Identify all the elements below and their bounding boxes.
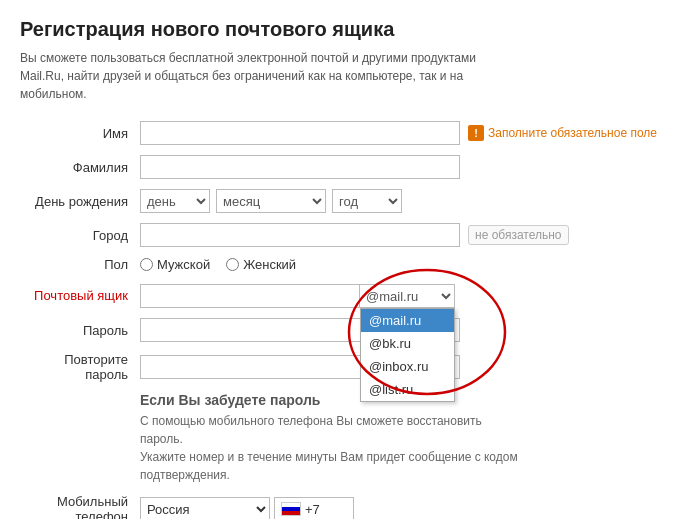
password-row: Пароль <box>20 318 679 342</box>
mobile-label: Мобильный телефон <box>20 494 140 519</box>
gender-label: Пол <box>20 257 140 272</box>
name-label: Имя <box>20 126 140 141</box>
required-notice: ! Заполните обязательное поле <box>468 125 657 141</box>
domain-select[interactable]: @mail.ru @bk.ru @inbox.ru @list.ru <box>360 284 455 308</box>
optional-note: не обязательно <box>468 225 569 245</box>
gender-row: Пол Мужской Женский <box>20 257 679 272</box>
domain-dropdown: @mail.ru @bk.ru @inbox.ru @list.ru <box>360 308 455 402</box>
phone-code: +7 <box>305 502 320 517</box>
city-input[interactable] <box>140 223 460 247</box>
email-input-group: @mail.ru @bk.ru @inbox.ru @list.ru @mail… <box>140 284 455 308</box>
gender-female-label: Женский <box>243 257 296 272</box>
mobile-row: Мобильный телефон Россия +7 <box>20 494 679 519</box>
gender-options: Мужской Женский <box>140 257 296 272</box>
surname-row: Фамилия <box>20 155 679 179</box>
country-select[interactable]: Россия <box>140 497 270 519</box>
email-input[interactable] <box>140 284 360 308</box>
gender-male-label: Мужской <box>157 257 210 272</box>
dropdown-option-inbox[interactable]: @inbox.ru <box>361 355 454 378</box>
birthday-row: День рождения день месяц год <box>20 189 679 213</box>
registration-form: Регистрация нового почтового ящика Вы см… <box>0 0 699 519</box>
name-input[interactable] <box>140 121 460 145</box>
birthday-selects: день месяц год <box>140 189 402 213</box>
page-title: Регистрация нового почтового ящика <box>20 18 679 41</box>
warn-icon: ! <box>468 125 484 141</box>
dropdown-option-bk[interactable]: @bk.ru <box>361 332 454 355</box>
name-row: Имя ! Заполните обязательное поле <box>20 121 679 145</box>
email-label: Почтовый ящик <box>20 284 140 303</box>
required-text: Заполните обязательное поле <box>488 126 657 140</box>
phone-code-display: +7 <box>274 497 354 519</box>
repeat-password-row: Повторите пароль <box>20 352 679 382</box>
dropdown-option-list[interactable]: @list.ru <box>361 378 454 401</box>
gender-male-radio[interactable] <box>140 258 153 271</box>
day-select[interactable]: день <box>140 189 210 213</box>
dropdown-option-mail[interactable]: @mail.ru <box>361 309 454 332</box>
email-row: Почтовый ящик @mail.ru @bk.ru @inbox.ru … <box>20 284 679 308</box>
surname-input[interactable] <box>140 155 460 179</box>
password-section-title: Если Вы забудете пароль <box>20 392 679 408</box>
month-select[interactable]: месяц <box>216 189 326 213</box>
gender-female-radio[interactable] <box>226 258 239 271</box>
city-label: Город <box>20 228 140 243</box>
password-label: Пароль <box>20 323 140 338</box>
year-select[interactable]: год <box>332 189 402 213</box>
city-row: Город не обязательно <box>20 223 679 247</box>
gender-female-option[interactable]: Женский <box>226 257 296 272</box>
page-subtitle: Вы сможете пользоваться бесплатной элект… <box>20 49 500 103</box>
password-section-subtitle: С помощью мобильного телефона Вы сможете… <box>20 412 520 484</box>
repeat-password-label: Повторите пароль <box>20 352 140 382</box>
surname-label: Фамилия <box>20 160 140 175</box>
gender-male-option[interactable]: Мужской <box>140 257 210 272</box>
russia-flag-icon <box>281 502 301 516</box>
birthday-label: День рождения <box>20 194 140 209</box>
